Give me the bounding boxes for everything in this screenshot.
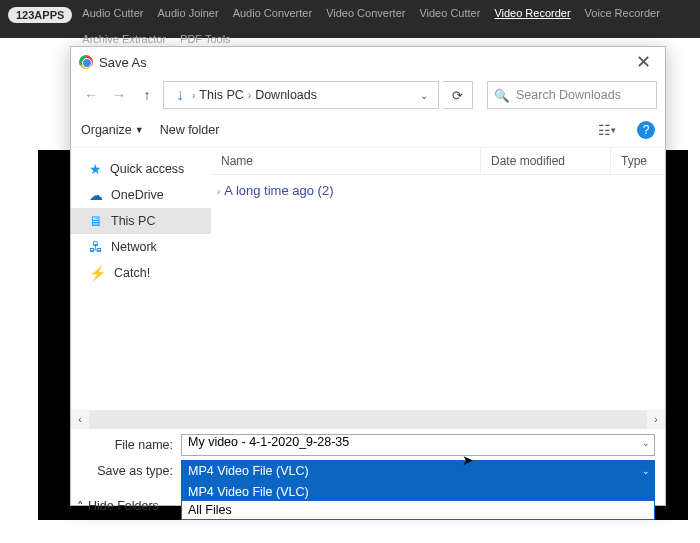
dialog-title: Save As <box>99 55 147 70</box>
nav-audio-joiner[interactable]: Audio Joiner <box>157 3 218 19</box>
save-as-type-select[interactable]: MP4 Video File (VLC)⌄ MP4 Video File (VL… <box>181 460 655 482</box>
app-topbar: 123APPS Audio Cutter Audio Joiner Audio … <box>0 0 700 38</box>
save-as-type-label: Save as type: <box>81 464 181 478</box>
search-input[interactable]: 🔍 Search Downloads <box>487 81 657 109</box>
hide-folders-toggle[interactable]: ˄Hide Folders <box>77 499 159 514</box>
sidebar: ★Quick access ☁OneDrive 🖥This PC 🖧Networ… <box>71 148 211 410</box>
form-area: File name: My video - 4-1-2020_9-28-35 ⌄… <box>71 428 665 482</box>
star-icon: ★ <box>89 161 102 177</box>
filename-label: File name: <box>81 438 181 452</box>
breadcrumb-folder[interactable]: Downloads <box>255 88 317 102</box>
col-name[interactable]: Name <box>211 148 480 174</box>
network-icon: 🖧 <box>89 239 103 255</box>
sidebar-item-network[interactable]: 🖧Network <box>71 234 211 260</box>
sidebar-item-quick-access[interactable]: ★Quick access <box>71 156 211 182</box>
nav-archive-extractor[interactable]: Archive Extractor <box>82 29 166 45</box>
brand-badge[interactable]: 123APPS <box>8 7 72 23</box>
search-icon: 🔍 <box>494 88 510 103</box>
breadcrumb[interactable]: ↓ › This PC › Downloads ⌄ <box>163 81 439 109</box>
nav-audio-converter[interactable]: Audio Converter <box>233 3 313 19</box>
chevron-up-icon: ˄ <box>77 499 84 514</box>
chevron-right-icon: › <box>217 186 220 197</box>
view-options-icon[interactable]: ☷ ▾ <box>593 119 621 141</box>
chevron-right-icon: › <box>248 90 251 101</box>
bolt-icon: ⚡ <box>89 265 106 281</box>
scroll-left-icon[interactable]: ‹ <box>71 411 89 429</box>
column-headers: Name Date modified Type <box>211 148 665 175</box>
nav-video-converter[interactable]: Video Converter <box>326 3 405 19</box>
dialog-titlebar: Save As ✕ <box>71 47 665 77</box>
close-icon[interactable]: ✕ <box>629 51 657 73</box>
top-nav: Audio Cutter Audio Joiner Audio Converte… <box>82 3 692 45</box>
type-dropdown-list: MP4 Video File (VLC) All Files <box>181 482 655 520</box>
file-pane: Name Date modified Type ›A long time ago… <box>211 148 665 410</box>
col-type[interactable]: Type <box>610 148 665 174</box>
nav-voice-recorder[interactable]: Voice Recorder <box>585 3 660 19</box>
monitor-icon: 🖥 <box>89 213 103 229</box>
caret-down-icon: ▼ <box>135 125 144 135</box>
chevron-down-icon[interactable]: ⌄ <box>416 90 432 101</box>
chevron-down-icon: ⌄ <box>642 466 650 476</box>
nav-pdf-tools[interactable]: PDF Tools <box>180 29 231 45</box>
sidebar-item-this-pc[interactable]: 🖥This PC <box>71 208 211 234</box>
scroll-track[interactable] <box>89 411 647 429</box>
up-icon[interactable]: ↑ <box>135 83 159 107</box>
chevron-right-icon: › <box>192 90 195 101</box>
explorer-body: ★Quick access ☁OneDrive 🖥This PC 🖧Networ… <box>71 148 665 410</box>
downloads-icon: ↓ <box>176 86 184 104</box>
toolbar: Organize ▼ New folder ☷ ▾ ? <box>71 113 665 148</box>
type-option-mp4[interactable]: MP4 Video File (VLC) <box>182 483 654 501</box>
breadcrumb-root[interactable]: This PC <box>199 88 243 102</box>
cloud-icon: ☁ <box>89 187 103 203</box>
back-icon: ← <box>79 83 103 107</box>
nav-audio-cutter[interactable]: Audio Cutter <box>82 3 143 19</box>
col-date[interactable]: Date modified <box>480 148 610 174</box>
type-option-all[interactable]: All Files <box>182 501 654 519</box>
help-icon[interactable]: ? <box>637 121 655 139</box>
nav-video-recorder[interactable]: Video Recorder <box>494 3 570 19</box>
search-placeholder: Search Downloads <box>516 88 621 102</box>
refresh-icon[interactable]: ⟳ <box>443 81 473 109</box>
file-group[interactable]: ›A long time ago (2) <box>211 175 665 206</box>
forward-icon: → <box>107 83 131 107</box>
chrome-icon <box>79 55 93 69</box>
nav-video-cutter[interactable]: Video Cutter <box>419 3 480 19</box>
sidebar-item-catch[interactable]: ⚡Catch! <box>71 260 211 286</box>
new-folder-button[interactable]: New folder <box>160 123 220 137</box>
scroll-right-icon[interactable]: › <box>647 411 665 429</box>
save-as-dialog: Save As ✕ ← → ↑ ↓ › This PC › Downloads … <box>70 46 666 506</box>
horizontal-scrollbar[interactable]: ‹ › <box>71 410 665 428</box>
filename-input[interactable]: My video - 4-1-2020_9-28-35 ⌄ <box>181 434 655 456</box>
nav-row: ← → ↑ ↓ › This PC › Downloads ⌄ ⟳ 🔍 Sear… <box>71 77 665 113</box>
chevron-down-icon[interactable]: ⌄ <box>642 438 650 448</box>
organize-menu[interactable]: Organize ▼ <box>81 123 144 137</box>
sidebar-item-onedrive[interactable]: ☁OneDrive <box>71 182 211 208</box>
